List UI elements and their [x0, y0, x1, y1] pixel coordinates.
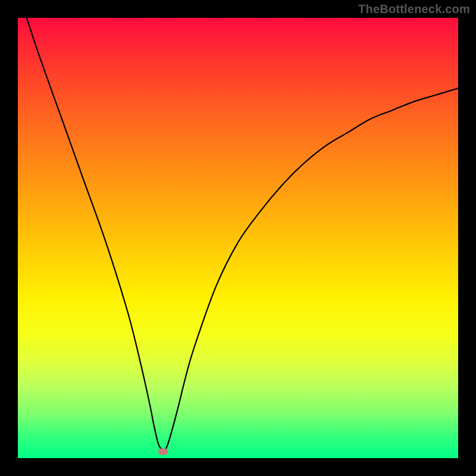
curve-svg — [18, 18, 458, 458]
watermark-text: TheBottleneck.com — [358, 2, 470, 16]
chart-frame: TheBottleneck.com — [0, 0, 476, 476]
plot-area — [18, 18, 458, 458]
bottleneck-curve — [27, 18, 458, 449]
optimal-marker — [158, 448, 168, 455]
